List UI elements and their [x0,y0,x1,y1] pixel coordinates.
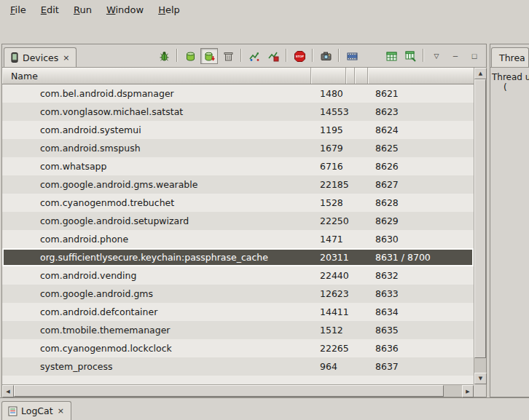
dump-hprof-icon [203,50,216,63]
process-pid: 1471 [311,234,346,245]
update-heap-button[interactable] [181,48,199,64]
process-name: com.vonglasow.michael.satstat [2,106,311,117]
process-name: com.google.android.setupwizard [2,215,311,226]
process-name: com.google.android.gms [2,288,311,299]
menu-bar: File Edit Run Window Help [0,0,529,19]
process-pid: 12623 [311,288,346,299]
process-port: 8621 [368,88,474,99]
process-table: Name com.bel.android.dspmanager 1480 862… [2,68,486,397]
table-row[interactable]: com.vonglasow.michael.satstat 14553 8623 [2,103,474,121]
toolbar-strip [0,19,529,44]
menu-item-window[interactable]: Window [99,1,151,18]
column-header-pid[interactable] [311,68,346,84]
table-row[interactable]: com.android.phone 1471 8630 [2,230,474,248]
menu-item-help[interactable]: Help [151,1,187,18]
process-table-body: com.bel.android.dspmanager 1480 8621 com… [2,84,474,384]
close-icon[interactable]: × [62,53,70,63]
column-header-blank-1[interactable] [346,68,355,84]
devices-tab[interactable]: Devices × [4,47,77,67]
process-pid: 6716 [311,161,346,172]
menu-item-run[interactable]: Run [66,1,99,18]
process-name: com.android.vending [2,270,311,281]
threads-message-line-2: ( [492,82,529,92]
table-row[interactable]: com.android.smspush 1679 8625 [2,139,474,157]
scroll-left-button[interactable]: ◀ [2,385,14,397]
dump-hprof-button[interactable] [200,48,218,64]
system-info-2-icon [404,50,417,63]
process-name: com.android.smspush [2,143,311,154]
system-info-2-button[interactable] [401,48,419,64]
debug-process-button[interactable] [155,48,173,64]
menu-item-file[interactable]: File [3,1,34,18]
column-header-blank-2[interactable] [355,68,368,84]
table-row[interactable]: com.android.systemui 1195 8624 [2,121,474,139]
maximize-icon: □ [472,52,477,60]
table-row[interactable]: com.bel.android.dspmanager 1480 8621 [2,84,474,103]
logcat-tab-label: LogCat [21,405,53,416]
scroll-up-icon: ▲ [479,71,482,76]
horizontal-scrollbar[interactable]: ◀ ▶ [2,384,474,397]
vertical-scroll-track[interactable] [474,79,486,373]
process-pid: 20311 [311,252,346,263]
scroll-up-button[interactable]: ▲ [474,68,487,79]
stop-process-icon: STOP [294,50,306,63]
stop-process-button[interactable]: STOP [291,48,308,64]
table-row[interactable]: com.android.defcontainer 14411 8634 [2,303,474,321]
process-port: 8637 [368,361,474,372]
horizontal-scroll-track[interactable] [14,385,462,397]
screen-capture-button[interactable] [317,48,334,64]
table-row[interactable]: com.tmobile.thememanager 1512 8635 [2,321,474,339]
update-threads-button[interactable] [246,48,263,64]
threads-tab-row: Threa [490,44,529,68]
devices-tab-label: Devices [23,52,58,63]
process-port: 8635 [368,325,474,336]
table-row[interactable]: com.android.vending 22440 8632 [2,266,474,285]
table-row[interactable]: com.google.android.gms.wearable 22185 86… [2,175,474,194]
screen-record-button[interactable] [343,48,361,64]
scroll-left-icon: ◀ [6,389,9,395]
table-row[interactable]: com.cyanogenmod.lockclock 22265 8636 [2,339,474,357]
process-port: 8629 [368,215,474,226]
logcat-icon [8,406,17,416]
vertical-scrollbar[interactable]: ▲ ▼ [474,68,486,384]
process-port: 8634 [368,306,474,317]
toolbar-separator [286,49,287,62]
view-menu-button[interactable]: ▽ [428,48,445,64]
system-info-button[interactable] [383,48,400,64]
process-pid: 22265 [311,343,346,354]
table-row[interactable]: com.google.android.gms 12623 8633 [2,285,474,303]
threads-tab-label: Threa [499,52,525,63]
threads-message-line-1: Thread up [492,72,529,82]
process-pid: 1480 [311,88,346,99]
column-header-port[interactable] [368,68,474,84]
table-header: Name [2,68,474,84]
process-pid: 1528 [311,197,346,208]
logcat-tab[interactable]: LogCat × [1,401,71,420]
column-header-name[interactable]: Name [2,68,311,84]
process-pid: 22250 [311,215,346,226]
update-threads-icon [248,50,261,63]
process-pid: 1195 [311,124,346,135]
cause-gc-button[interactable] [219,48,237,64]
process-port: 8636 [368,343,474,354]
menu-item-edit[interactable]: Edit [34,1,66,18]
table-row[interactable]: com.whatsapp 6716 8626 [2,157,474,175]
table-row[interactable]: com.cyanogenmod.trebuchet 1528 8628 [2,194,474,212]
close-icon[interactable]: × [57,406,65,416]
scroll-right-button[interactable]: ▶ [462,385,474,397]
process-port: 8627 [368,179,474,190]
stop-method-profiling-button[interactable] [264,48,282,64]
process-port: 8624 [368,124,474,135]
minimize-button[interactable]: ─ [447,48,464,64]
table-row[interactable]: org.sufficientlysecure.keychain:passphra… [2,248,474,266]
threads-tab[interactable]: Threa [491,47,529,67]
process-pid: 14553 [311,106,346,117]
devices-panel: Devices × [1,44,487,397]
vertical-scroll-thumb[interactable] [474,79,486,358]
horizontal-scroll-thumb[interactable] [14,385,444,397]
process-pid: 14411 [311,306,346,317]
table-row[interactable]: com.google.android.setupwizard 22250 862… [2,212,474,230]
scroll-down-button[interactable]: ▼ [474,373,487,384]
maximize-button[interactable]: □ [466,48,483,64]
table-row[interactable]: system_process 964 8637 [2,357,474,376]
